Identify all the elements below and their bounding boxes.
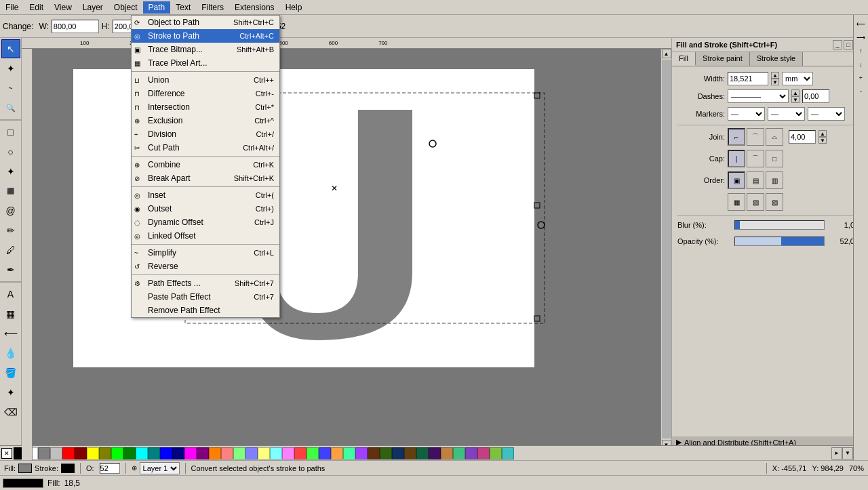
menu-linked-offset[interactable]: ◎ Linked Offset (132, 229, 279, 243)
tab-fill[interactable]: Fill (672, 52, 696, 66)
color-orange[interactable] (209, 447, 221, 460)
tool-rect[interactable]: □ (1, 123, 20, 142)
width-down-btn[interactable]: ▼ (771, 79, 779, 85)
color-navy[interactable] (172, 447, 184, 460)
color-mint[interactable] (307, 447, 319, 460)
menu-path-effects[interactable]: ⚙ Path Effects ... Shift+Ctrl+7 (132, 277, 279, 290)
color-rose[interactable] (477, 447, 490, 460)
tab-stroke-style[interactable]: Stroke style (750, 52, 803, 66)
menu-path[interactable]: Path (143, 1, 171, 14)
order-btn-1[interactable]: ▣ (728, 171, 745, 189)
width-input[interactable] (52, 20, 99, 33)
tool-pencil[interactable]: ✏ (1, 221, 20, 240)
menu-difference[interactable]: ⊓ Difference Ctrl+- (132, 87, 279, 100)
color-lime[interactable] (111, 447, 123, 460)
color-medium-cyan[interactable] (502, 447, 514, 460)
color-silver[interactable] (50, 447, 62, 460)
join-miter-btn[interactable]: ⌐ (728, 128, 745, 146)
menu-edit[interactable]: Edit (24, 1, 49, 14)
menu-union[interactable]: ⊔ Union Ctrl++ (132, 73, 279, 87)
color-violet[interactable] (355, 447, 368, 460)
panel-maximize-btn[interactable]: □ (844, 40, 853, 49)
color-teal[interactable] (148, 447, 160, 460)
tool-3d[interactable]: ⬛ (1, 182, 20, 201)
color-yellow[interactable] (87, 447, 99, 460)
menu-intersection[interactable]: ⊓ Intersection Ctrl+* (132, 100, 279, 114)
color-red[interactable] (62, 447, 75, 460)
menu-dynamic-offset[interactable]: ◌ Dynamic Offset Ctrl+J (132, 216, 279, 229)
join-up-btn[interactable]: ▲ (818, 130, 827, 137)
menu-object-to-path[interactable]: ⟳ Object to Path Shift+Ctrl+C (132, 16, 279, 29)
tool-spray[interactable]: ✦ (1, 383, 20, 402)
markers-select-1[interactable]: — (728, 107, 765, 121)
color-dark-brown[interactable] (404, 447, 416, 460)
tool-gradient[interactable]: ▦ (1, 304, 20, 323)
color-light-yellow[interactable] (258, 447, 270, 460)
color-dark-teal[interactable] (416, 447, 429, 460)
width-unit-select[interactable]: mm px pt (782, 72, 813, 85)
color-light-green[interactable] (233, 447, 245, 460)
palette-scroll-right[interactable]: ► (831, 447, 842, 460)
menu-remove-path-effect[interactable]: Remove Path Effect (132, 304, 279, 317)
menu-inset[interactable]: ◎ Inset Ctrl+( (132, 188, 279, 202)
menu-extensions[interactable]: Extensions (229, 1, 280, 14)
dashes-value-input[interactable] (802, 89, 829, 103)
join-round-btn[interactable]: ⌒ (747, 128, 764, 146)
menu-paste-path-effect[interactable]: Paste Path Effect Ctrl+7 (132, 290, 279, 304)
join-value-input[interactable] (789, 130, 816, 144)
dashes-select[interactable]: ———— (728, 89, 789, 103)
menu-outset[interactable]: ◉ Outset Ctrl+) (132, 202, 279, 216)
canvas-background[interactable]: ✕ (33, 49, 671, 460)
markers-select-3[interactable]: — (808, 107, 845, 121)
join-bevel-btn[interactable]: ⌓ (766, 128, 783, 146)
color-spring[interactable] (343, 447, 355, 460)
order-btn-6[interactable]: ▨ (766, 193, 783, 211)
color-light-magenta[interactable] (282, 447, 294, 460)
color-yellow-green[interactable] (490, 447, 502, 460)
color-dark-blue[interactable] (392, 447, 404, 460)
menu-stroke-to-path[interactable]: ◎ Stroke to Path Ctrl+Alt+C (132, 29, 279, 43)
color-green[interactable] (123, 447, 136, 460)
tool-calligraphy[interactable]: ✒ (1, 260, 20, 279)
tool-tweak[interactable]: ~ (1, 79, 20, 98)
cap-square-btn[interactable]: □ (766, 150, 783, 167)
right-tool-1[interactable]: ⟵ (855, 18, 867, 30)
right-tool-3[interactable]: ↑ (855, 45, 867, 57)
color-fuchsia[interactable] (184, 447, 197, 460)
color-maroon[interactable] (75, 447, 87, 460)
color-olive[interactable] (99, 447, 111, 460)
color-aqua[interactable] (136, 447, 148, 460)
order-btn-3[interactable]: ▥ (766, 171, 783, 189)
menu-object[interactable]: Object (108, 1, 143, 14)
color-purple[interactable] (197, 447, 209, 460)
tool-star[interactable]: ✦ (1, 162, 20, 181)
opacity-status-input[interactable] (100, 463, 120, 474)
fill-bottom-box[interactable] (3, 478, 43, 488)
order-btn-2[interactable]: ▤ (747, 171, 764, 189)
color-light-blue[interactable] (245, 447, 258, 460)
color-dark-violet[interactable] (429, 447, 441, 460)
color-dark-green[interactable] (380, 447, 392, 460)
menu-cut-path[interactable]: ✂ Cut Path Ctrl+Alt+/ (132, 141, 279, 155)
scroll-up-btn[interactable]: ▲ (662, 49, 671, 58)
tool-pen[interactable]: 🖊 (1, 241, 20, 260)
tool-text[interactable]: A (1, 285, 20, 304)
color-light-cyan[interactable] (270, 447, 282, 460)
color-peach[interactable] (331, 447, 343, 460)
dashes-down-btn[interactable]: ▼ (791, 96, 800, 103)
tool-paint-bucket[interactable]: 🪣 (1, 363, 20, 382)
tool-ellipse[interactable]: ○ (1, 142, 20, 161)
menu-filters[interactable]: Filters (196, 1, 229, 14)
color-coral[interactable] (294, 447, 307, 460)
color-sea-green[interactable] (453, 447, 465, 460)
right-tool-4[interactable]: ↓ (855, 58, 867, 70)
order-btn-4[interactable]: ▦ (728, 193, 745, 211)
menu-file[interactable]: File (0, 1, 24, 14)
tab-stroke-paint[interactable]: Stroke paint (696, 52, 750, 66)
menu-break-apart[interactable]: ⊘ Break Apart Shift+Ctrl+K (132, 171, 279, 185)
tool-eraser[interactable]: ⌫ (1, 403, 20, 422)
color-tan[interactable] (441, 447, 453, 460)
layer-select[interactable]: Layer 1 (140, 462, 180, 474)
join-down-btn[interactable]: ▼ (818, 137, 827, 144)
menu-text[interactable]: Text (170, 1, 196, 14)
